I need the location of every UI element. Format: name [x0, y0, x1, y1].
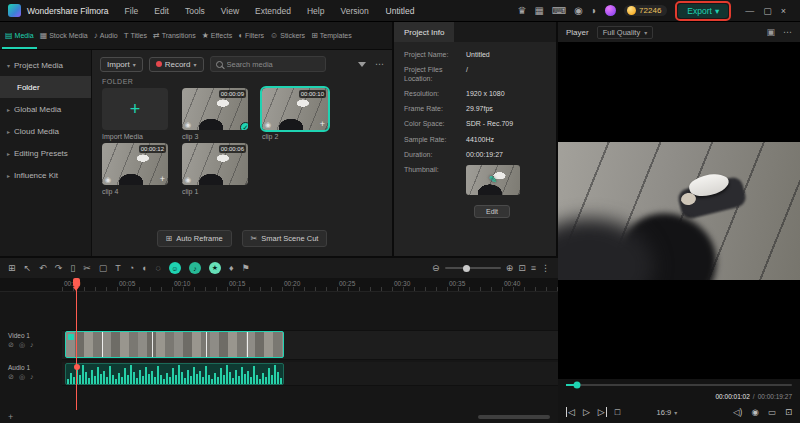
media-clip-2[interactable]: 00:00:10 ◉ + clip 2	[262, 88, 328, 140]
user-avatar[interactable]	[605, 5, 616, 16]
timeline-audio-clip[interactable]	[65, 363, 284, 385]
text-tool-icon[interactable]: T	[115, 264, 121, 273]
tab-project-info[interactable]: Project Info	[394, 22, 454, 42]
crop-icon[interactable]: ▢	[99, 264, 108, 273]
mixer-icon[interactable]: ≡	[531, 264, 536, 273]
menu-help[interactable]: Help	[299, 6, 332, 16]
undo-icon[interactable]: ↶	[39, 264, 47, 273]
timeline-more-icon[interactable]: ⋮	[541, 264, 550, 273]
menu-file[interactable]: File	[117, 6, 147, 16]
seek-handle[interactable]	[574, 382, 581, 389]
previous-frame-button[interactable]: ◁	[566, 407, 575, 417]
screen-capture-icon[interactable]: ◉	[574, 6, 583, 16]
pointer-tool-icon[interactable]: ↖	[24, 264, 32, 273]
ai-portrait-icon[interactable]: ☺	[169, 262, 181, 274]
seek-bar[interactable]	[566, 384, 792, 386]
export-button[interactable]: Export ▾	[678, 4, 728, 18]
media-clip-4[interactable]: 00:00:12 ◉ + clip 4	[102, 143, 168, 195]
add-to-timeline-icon[interactable]: +	[320, 120, 325, 129]
tab-stickers[interactable]: ☺ Stickers	[267, 22, 308, 49]
timeline-ruler[interactable]: 00:00 00:05 00:10 00:15 00:20 00:25 00:3…	[0, 278, 558, 292]
layout-icon[interactable]: ▦	[534, 6, 543, 16]
tab-stock-media[interactable]: ▦ Stock Media	[37, 22, 91, 49]
keyboard-icon[interactable]: ⌨	[552, 6, 566, 16]
add-track-icon[interactable]: +	[8, 412, 13, 422]
edit-thumbnail-button[interactable]: Edit	[474, 205, 510, 218]
track-lock-icon[interactable]: ⊘	[8, 373, 14, 381]
display-output-icon[interactable]: ▭	[768, 407, 776, 417]
snapshot-icon[interactable]: ◉	[751, 407, 758, 417]
menu-version[interactable]: Version	[332, 6, 376, 16]
split-icon[interactable]: ✂	[83, 264, 91, 273]
video-preview[interactable]	[558, 42, 800, 379]
menu-view[interactable]: View	[213, 6, 247, 16]
menu-extended[interactable]: Extended	[247, 6, 299, 16]
track-lock-icon[interactable]: ⊘	[8, 341, 14, 349]
media-clip-1[interactable]: 00:00:06 ◉ clip 1	[182, 143, 248, 195]
track-hide-icon[interactable]: ◎	[19, 341, 25, 349]
auto-reframe-button[interactable]: ⊞ Auto Reframe	[157, 230, 232, 247]
timeline-video-clip[interactable]	[65, 331, 284, 358]
search-box[interactable]	[210, 56, 326, 72]
timeline-scrollbar[interactable]	[478, 415, 550, 419]
delete-icon[interactable]: ▯	[70, 264, 75, 273]
tab-transitions[interactable]: ⇄ Transitions	[150, 22, 199, 49]
tab-media[interactable]: ▤ Media	[2, 22, 37, 49]
restore-button[interactable]: ▢	[763, 6, 772, 16]
menu-edit[interactable]: Edit	[146, 6, 177, 16]
marker-icon[interactable]: ⚑	[242, 264, 250, 273]
minimize-button[interactable]: —	[745, 6, 754, 16]
ai-audio-icon[interactable]: ♪	[189, 262, 201, 274]
volume-icon[interactable]: ◁)	[733, 407, 742, 417]
media-clip-3[interactable]: 00:00:09 ◉ ✓ clip 3	[182, 88, 248, 140]
tab-effects[interactable]: ★ Effects	[199, 22, 235, 49]
project-thumbnail[interactable]: ✎	[466, 165, 520, 195]
smart-scene-cut-button[interactable]: ✂ Smart Scene Cut	[242, 230, 328, 247]
import-media-tile[interactable]: + Import Media	[102, 88, 168, 140]
fit-timeline-icon[interactable]: ⊡	[518, 264, 526, 273]
aspect-ratio-dropdown[interactable]: 16:9 ▾	[657, 408, 678, 417]
speed-icon[interactable]: ◔	[129, 264, 134, 273]
zoom-slider-knob[interactable]	[463, 265, 470, 272]
redo-icon[interactable]: ↷	[55, 264, 63, 273]
fullscreen-icon[interactable]: ⊡	[785, 407, 792, 417]
view-options-icon[interactable]: ⋯	[375, 59, 384, 69]
sidebar-item-cloud-media[interactable]: ▸ Cloud Media	[0, 120, 91, 142]
record-button[interactable]: Record ▾	[149, 57, 204, 72]
ai-effects-icon[interactable]: ★	[209, 262, 221, 274]
zoom-slider[interactable]	[445, 267, 501, 269]
mask-icon[interactable]: ◌	[156, 264, 161, 273]
tab-titles[interactable]: T Titles	[121, 22, 150, 49]
detach-player-icon[interactable]: ▣	[766, 27, 775, 37]
sidebar-item-editing-presets[interactable]: ▸ Editing Presets	[0, 142, 91, 164]
search-input[interactable]	[227, 60, 315, 69]
track-mute-icon[interactable]: ♪	[30, 373, 34, 381]
zoom-in-icon[interactable]: ⊕	[506, 264, 514, 273]
zoom-out-icon[interactable]: ⊖	[432, 264, 440, 273]
player-more-icon[interactable]: ⋯	[783, 27, 792, 37]
sidebar-item-project-media[interactable]: ▾ Project Media	[0, 54, 91, 76]
color-icon[interactable]: ◐	[142, 264, 147, 273]
track-mute-icon[interactable]: ♪	[30, 341, 34, 349]
track-hide-icon[interactable]: ◎	[19, 373, 25, 381]
filter-icon[interactable]	[358, 62, 366, 67]
sidebar-item-folder[interactable]: Folder	[0, 76, 91, 98]
tab-audio[interactable]: ♪ Audio	[91, 22, 121, 49]
menu-tools[interactable]: Tools	[177, 6, 213, 16]
sidebar-item-influence-kit[interactable]: ▸ Influence Kit	[0, 164, 91, 186]
import-button[interactable]: Import ▾	[100, 57, 143, 72]
stop-button[interactable]: □	[615, 407, 620, 417]
track-manager-icon[interactable]: ⊞	[8, 264, 16, 273]
premium-icon[interactable]: ♛	[517, 6, 526, 16]
tab-templates[interactable]: ⊞ Templates	[308, 22, 355, 49]
quality-dropdown[interactable]: Full Quality ▾	[597, 26, 654, 39]
voiceover-icon[interactable]: ♦	[229, 264, 234, 273]
close-button[interactable]: ×	[781, 6, 786, 16]
sidebar-item-global-media[interactable]: ▸ Global Media	[0, 98, 91, 120]
next-frame-button[interactable]: ▷	[598, 407, 607, 417]
notifications-icon[interactable]: ◗	[591, 6, 597, 16]
add-to-timeline-icon[interactable]: +	[160, 175, 165, 184]
coins-badge[interactable]: 72246	[624, 5, 667, 16]
play-button[interactable]: ▷	[583, 407, 590, 417]
tab-filters[interactable]: ◐ Filters	[235, 22, 267, 49]
